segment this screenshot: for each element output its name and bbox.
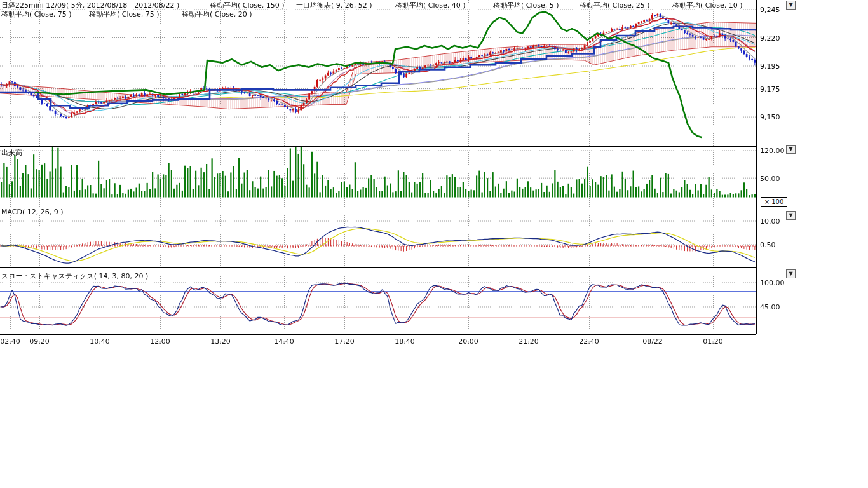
time-tick-label: 18:40 [395,337,415,346]
time-tick-label: 22:40 [579,337,599,346]
time-tick-label: 09:20 [29,337,50,346]
legend-ma10: 移動平均( Close, 10 ) [672,1,743,10]
time-tick-label: 17:20 [334,337,355,346]
volume-tick-label: 50.00 [760,175,780,183]
legend-ma5: 移動平均( Close, 5 ) [493,1,559,10]
volume-tick-label: 120.00 [760,147,785,155]
legend-ichimoku: 一目均衡表( 9, 26, 52 ) [296,1,372,10]
time-axis: 02:4009:2010:4012:0013:2014:4017:2018:40… [0,337,763,346]
legend-ma75-b: 移動平均( Close, 75 ) [89,10,159,19]
legend-ma25: 移動平均( Close, 25 ) [580,1,650,10]
time-tick-label: 08/22 [642,337,663,346]
chart-canvas[interactable] [0,0,868,488]
price-pane-dropdown-button[interactable]: ▼ [786,1,796,10]
chevron-down-icon: ▼ [789,146,792,152]
time-tick-label: 02:40 [0,337,20,346]
stoch-tick-label: 45.00 [760,303,780,311]
price-tick-label: 9,175 [760,85,780,93]
chevron-down-icon: ▼ [789,212,792,218]
time-tick-label: 20:00 [458,337,478,346]
time-tick-label: 13:20 [210,337,231,346]
time-tick-label: 10:40 [90,337,110,346]
macd-tick-label: 0.50 [760,241,776,249]
price-tick-label: 9,220 [760,34,780,43]
legend-ma40: 移動平均( Close, 40 ) [395,1,466,10]
volume-pane-dropdown-button[interactable]: ▼ [786,145,796,154]
macd-pane-dropdown-button[interactable]: ▼ [786,211,796,220]
time-tick-label: 14:40 [274,337,294,346]
price-tick-label: 9,150 [760,113,780,121]
time-tick-label: 21:20 [519,337,539,346]
macd-tick-label: 10.00 [760,217,780,226]
stoch-pane-title: スロー・ストキャスティクス( 14, 3, 80, 20 ) [1,271,148,281]
instrument-title: 日経225mini 12/09( 5分, 2012/08/18 - 2012/0… [1,1,179,10]
legend-ma20: 移動平均( Close, 20 ) [182,10,252,19]
stoch-tick-label: 100.00 [760,279,785,287]
price-tick-label: 9,245 [760,6,780,14]
chart-application-window: 日経225mini 12/09( 5分, 2012/08/18 - 2012/0… [0,0,868,488]
price-tick-label: 9,195 [760,62,780,71]
legend-ma150: 移動平均( Close, 150 ) [210,1,285,10]
time-tick-label: 01:20 [703,337,723,346]
value-axis-column: 9,2459,2209,1959,1759,150120.0050.0010.0… [760,0,798,337]
chevron-down-icon: ▼ [789,2,792,8]
time-tick-label: 12:00 [150,337,170,346]
volume-multiplier-box: × 100 [761,197,787,207]
volume-pane-title: 出来高 [1,148,22,158]
legend-ma75-a: 移動平均( Close, 75 ) [1,10,72,19]
macd-pane-title: MACD( 12, 26, 9 ) [1,208,64,216]
chevron-down-icon: ▼ [789,271,792,276]
stoch-pane-dropdown-button[interactable]: ▼ [786,269,796,278]
